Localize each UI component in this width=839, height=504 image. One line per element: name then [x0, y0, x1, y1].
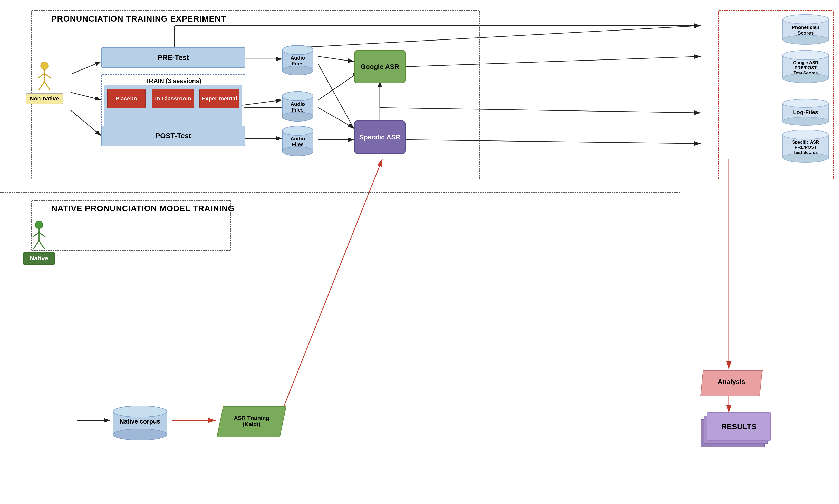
svg-point-85 [113, 429, 167, 440]
svg-text:Files: Files [292, 142, 304, 147]
google-asr-box: Google ASR [354, 50, 406, 83]
svg-text:Google ASR: Google ASR [793, 60, 819, 65]
svg-line-32 [39, 82, 45, 90]
svg-text:Analysis: Analysis [718, 378, 745, 385]
analysis-container: Analysis [698, 369, 760, 397]
svg-text:ASR Training: ASR Training [234, 415, 269, 421]
svg-text:Audio: Audio [291, 101, 305, 107]
svg-line-31 [45, 73, 51, 78]
svg-line-82 [39, 240, 45, 249]
svg-text:Test Scores: Test Scores [793, 71, 818, 75]
svg-text:(Kaldi): (Kaldi) [243, 421, 260, 427]
non-native-figure: Non-native [25, 61, 63, 104]
pronunciation-training-section [31, 10, 480, 179]
svg-text:Files: Files [292, 61, 304, 67]
svg-text:Files: Files [292, 107, 304, 112]
svg-text:PRE/POST: PRE/POST [794, 65, 817, 70]
svg-text:Log-Files: Log-Files [793, 109, 818, 115]
svg-line-80 [39, 232, 46, 237]
svg-point-49 [282, 126, 313, 136]
results-label: RESULTS [721, 422, 757, 431]
svg-point-68 [783, 99, 829, 107]
svg-text:Phonetician: Phonetician [792, 24, 820, 30]
svg-point-43 [282, 91, 313, 101]
svg-point-48 [282, 147, 313, 156]
experimental-box: Experimental [200, 89, 239, 108]
train-label: TRAIN (3 sessions) [102, 77, 244, 85]
non-native-label: Non-native [25, 93, 63, 104]
specific-asr-scores: Specific ASR PRE/POST Test Scores [780, 129, 831, 164]
native-label: Native [23, 252, 55, 265]
dividing-line [0, 192, 680, 193]
audio-files-3: Audio Files [280, 126, 316, 157]
svg-line-33 [45, 82, 50, 90]
svg-point-86 [113, 406, 167, 417]
native-corpus: Native corpus [110, 405, 169, 442]
placebo-box: Placebo [107, 89, 145, 108]
results-box-top: RESULTS [707, 413, 771, 441]
svg-point-42 [282, 112, 313, 121]
google-asr-scores: Google ASR PRE/POST Test Scores [780, 50, 831, 84]
log-files: Log-Files [780, 99, 831, 128]
svg-point-55 [783, 15, 829, 24]
svg-point-67 [783, 117, 829, 125]
svg-text:Audio: Audio [291, 55, 305, 61]
native-figure: Native [23, 220, 55, 265]
svg-text:Audio: Audio [291, 136, 305, 142]
post-test-box: POST-Test [101, 126, 245, 146]
svg-text:PRE/POST: PRE/POST [794, 145, 817, 150]
svg-line-22 [282, 159, 382, 410]
in-classroom-box: In-Classroom [152, 89, 194, 108]
svg-point-36 [282, 66, 313, 75]
svg-text:Native corpus: Native corpus [120, 418, 160, 425]
svg-line-30 [38, 73, 45, 78]
svg-point-28 [40, 62, 48, 70]
audio-files-2: Audio Files [280, 91, 316, 123]
svg-point-37 [282, 46, 313, 55]
svg-text:Test Scores: Test Scores [793, 150, 818, 155]
svg-point-54 [783, 35, 829, 44]
svg-point-73 [783, 130, 829, 139]
svg-text:Specific ASR: Specific ASR [792, 140, 819, 145]
svg-line-81 [34, 240, 39, 249]
asr-training-container: ASR Training (Kaldi) [216, 405, 282, 436]
specific-asr-box: Specific ASR [354, 121, 406, 154]
svg-point-77 [35, 221, 43, 229]
svg-line-79 [33, 232, 39, 237]
pronunciation-training-title: PRONUNCIATION TRAINING EXPERIMENT [51, 14, 226, 23]
diagram-container: PRONUNCIATION TRAINING EXPERIMENT Non-na… [0, 0, 839, 504]
pre-test-box: PRE-Test [101, 48, 245, 68]
phonetician-scores: Phonetician Scores [780, 14, 831, 46]
native-model-title: NATIVE PRONUNCIATION MODEL TRAINING [51, 204, 235, 213]
audio-files-1: Audio Files [280, 45, 316, 77]
svg-point-61 [783, 51, 829, 60]
svg-text:Scores: Scores [798, 30, 814, 36]
train-section: TRAIN (3 sessions) Placebo In-Classroom … [101, 74, 245, 133]
